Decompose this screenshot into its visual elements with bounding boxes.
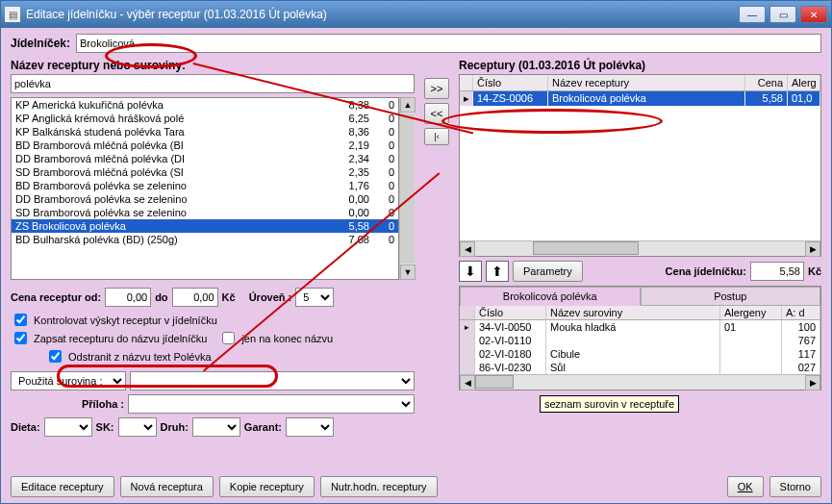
ing-alerg xyxy=(720,334,782,347)
editace-receptury-button[interactable]: Editace receptury xyxy=(11,476,114,497)
kc-label: Kč xyxy=(222,291,236,303)
ing-hscroll-right-icon[interactable]: ▶ xyxy=(805,375,820,391)
ingredients-grid[interactable]: Číslo Název suroviny Alergeny A: d ▸34-V… xyxy=(460,306,820,390)
recipe-name: KP Americká kukuřičná polévka xyxy=(15,99,327,111)
ingredients-panel: Brokolicová polévka Postup Číslo Název s… xyxy=(459,286,821,391)
garant-label: Garant: xyxy=(244,421,282,433)
sk-select[interactable] xyxy=(118,417,157,437)
scroll-down-icon[interactable]: ▼ xyxy=(400,265,416,280)
check-write-name[interactable] xyxy=(14,332,27,344)
price-from-input[interactable] xyxy=(105,288,151,307)
icol-alerg[interactable]: Alergeny xyxy=(720,306,782,319)
scroll-thumb[interactable] xyxy=(400,113,415,264)
icol-cislo[interactable]: Číslo xyxy=(475,306,546,319)
hscroll-thumb[interactable] xyxy=(533,241,639,255)
parametry-button[interactable]: Parametry xyxy=(513,261,583,282)
recipe-scrollbar[interactable]: ▲ ▼ xyxy=(399,97,415,280)
col-alerg[interactable]: Alerg xyxy=(788,75,820,90)
level-label: Úroveň : xyxy=(249,291,292,303)
recipe-row[interactable]: KP Anglická krémová hrášková polé6,250 xyxy=(12,112,398,125)
icol-nazev[interactable]: Název suroviny xyxy=(546,306,720,319)
col-nazev[interactable]: Název receptury xyxy=(548,75,745,90)
recipe-price: 2,34 xyxy=(327,153,375,164)
ok-button[interactable]: OK xyxy=(727,476,764,497)
move-up-button[interactable]: ⬆ xyxy=(486,261,509,282)
icol-amt[interactable]: A: d xyxy=(782,306,820,319)
move-left-button[interactable]: << xyxy=(424,103,449,124)
scroll-up-icon[interactable]: ▲ xyxy=(400,97,416,113)
search-input[interactable] xyxy=(11,74,415,93)
recipe-level: 0 xyxy=(375,207,394,218)
ing-hscroll-thumb[interactable] xyxy=(475,375,514,389)
recipe-price: 2,19 xyxy=(327,139,375,151)
recipe-row[interactable]: KP Americká kukuřičná polévka8,380 xyxy=(12,98,398,112)
move-left-single-button[interactable]: |‹ xyxy=(424,128,449,145)
col-cislo[interactable]: Číslo xyxy=(473,75,548,90)
recipe-price: 8,38 xyxy=(327,99,375,111)
check-remove-text[interactable] xyxy=(49,350,62,363)
kopie-receptury-button[interactable]: Kopie receptury xyxy=(219,476,315,497)
priloha-select[interactable] xyxy=(128,394,415,414)
recipe-level: 0 xyxy=(375,220,394,232)
ingredient-row[interactable]: 02-VI-0110767 xyxy=(460,334,820,347)
tab-ingredients[interactable]: Brokolicová polévka xyxy=(460,287,641,306)
ing-cislo: 02-VI-0110 xyxy=(475,334,546,347)
ing-alerg xyxy=(720,361,782,374)
check2-label: Zapsat recepturu do názvu jídelníčku xyxy=(34,333,207,344)
jidelnicek-input[interactable] xyxy=(76,34,821,53)
col-cena[interactable]: Cena xyxy=(745,75,788,90)
recipe-name: SD Bramborová polévka se zelenino xyxy=(15,207,327,218)
ing-cislo: 86-VI-0230 xyxy=(475,361,546,374)
nova-receptura-button[interactable]: Nová receptura xyxy=(120,476,214,497)
receptury-panel: Číslo Název receptury Cena Alerg ▸ 14-ZS… xyxy=(459,74,821,257)
ingredient-row[interactable]: ▸34-VI-0050Mouka hladká01100 xyxy=(460,320,820,334)
recipe-row[interactable]: BD Bulharská polévka (BD) (250g)7,080 xyxy=(12,233,398,246)
receptury-row[interactable]: ▸ 14-ZS-0006 Brokolicová polévka 5,58 01… xyxy=(460,91,820,106)
check2b-label: jen na konec názvu xyxy=(241,333,333,344)
level-select[interactable]: 5 xyxy=(295,288,334,307)
recipe-row[interactable]: SD Bramborová polévka se zelenino0,000 xyxy=(12,206,398,219)
price-to-input[interactable] xyxy=(172,288,218,307)
recipe-level: 0 xyxy=(375,180,394,191)
surovina-select[interactable]: Použitá surovina : xyxy=(11,371,126,391)
recipe-price: 0,00 xyxy=(327,193,375,205)
minimize-button[interactable]: — xyxy=(739,6,766,23)
hscroll-right-icon[interactable]: ▶ xyxy=(805,241,820,257)
recipe-row[interactable]: ZS Brokolicová polévka5,580 xyxy=(12,219,398,233)
kc-label2: Kč xyxy=(808,265,821,277)
recipe-row[interactable]: BD Bramborová polévka se zelenino1,760 xyxy=(12,179,398,192)
titlebar[interactable]: ▤ Editace jídelníčku - výběr receptur (0… xyxy=(1,1,831,28)
app-icon: ▤ xyxy=(5,7,20,22)
search-label: Název receptury nebo suroviny: xyxy=(11,59,415,72)
recipe-row[interactable]: BD Bramborová mléčná polévka (BI2,190 xyxy=(12,139,398,152)
recipe-row[interactable]: KP Balkánská studená polévka Tara8,360 xyxy=(12,125,398,139)
hscroll-left-icon[interactable]: ◀ xyxy=(460,241,475,257)
recipe-row[interactable]: DD Bramborová polévka se zelenino0,000 xyxy=(12,192,398,206)
recipe-list[interactable]: KP Americká kukuřičná polévka8,380KP Ang… xyxy=(11,97,399,280)
druh-select[interactable] xyxy=(192,417,240,437)
ing-cislo: 34-VI-0050 xyxy=(475,320,546,334)
move-right-button[interactable]: >> xyxy=(424,78,449,99)
recipe-price: 0,00 xyxy=(327,207,375,218)
nutr-hodn-button[interactable]: Nutr.hodn. receptury xyxy=(320,476,438,497)
receptury-hscroll[interactable]: ◀ ▶ xyxy=(460,240,820,256)
ingredient-row[interactable]: 02-VI-0180Cibule117 xyxy=(460,347,820,361)
close-button[interactable]: ✕ xyxy=(800,6,827,23)
move-down-button[interactable]: ⬇ xyxy=(459,261,482,282)
ing-hscroll-left-icon[interactable]: ◀ xyxy=(460,375,475,391)
check-end-only[interactable] xyxy=(222,332,235,344)
dieta-select[interactable] xyxy=(44,417,92,437)
ing-hscroll[interactable]: ◀ ▶ xyxy=(460,374,820,390)
dialog-window: ▤ Editace jídelníčku - výběr receptur (0… xyxy=(0,0,832,504)
garant-select[interactable] xyxy=(286,417,334,437)
check-control-occurrence[interactable] xyxy=(14,314,27,326)
surovina-value-select[interactable] xyxy=(130,371,415,391)
ing-amt: 027 xyxy=(782,361,820,374)
recipe-row[interactable]: DD Bramborová mléčná polévka (DI2,340 xyxy=(12,152,398,165)
recipe-row[interactable]: SD Bramborová mléčná polévka (SI2,350 xyxy=(12,165,398,179)
ingredient-row[interactable]: 86-VI-0230Sůl027 xyxy=(460,361,820,374)
row-pointer-icon xyxy=(460,347,475,361)
storno-button[interactable]: Storno xyxy=(769,476,821,497)
maximize-button[interactable]: ▭ xyxy=(769,6,796,23)
tab-postup[interactable]: Postup xyxy=(641,287,821,306)
